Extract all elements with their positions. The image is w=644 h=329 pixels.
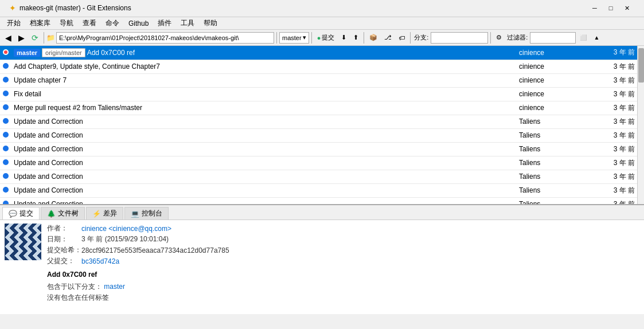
refresh-button[interactable]: ⟳ — [29, 32, 41, 44]
tab-commit[interactable]: 💬 提交 — [2, 207, 40, 220]
settings-button[interactable]: ⚙ — [493, 32, 505, 44]
push-button[interactable]: ⬆ — [350, 32, 361, 44]
commit-message-cell: Update and Correction — [11, 183, 517, 197]
parent-value[interactable]: bc365d742a — [81, 257, 119, 265]
commit-author: cinience — [517, 101, 591, 115]
menu-start[interactable]: 开始 — [2, 17, 25, 29]
commit-author: Taliens — [517, 128, 591, 142]
commit-message-text: Update and Correction — [14, 186, 83, 194]
filter-input[interactable] — [530, 32, 576, 44]
branch-text-label: 分支: — [414, 33, 428, 42]
branch-info: 包含于以下分支： master — [47, 282, 639, 292]
menu-plugin[interactable]: 插件 — [153, 17, 176, 29]
console-tab-label: 控制台 — [142, 209, 162, 218]
back-button[interactable]: ◀ — [2, 32, 14, 44]
author-value[interactable]: cinience <cinience@qq.com> — [81, 225, 171, 233]
graph-cell — [0, 87, 11, 101]
close-button[interactable]: ✕ — [619, 3, 635, 13]
menu-tools[interactable]: 工具 — [176, 17, 199, 29]
commit-message-cell: Update and Correction — [11, 115, 517, 128]
filter-expand-btn[interactable]: ⬜ — [577, 32, 590, 44]
commit-avatar — [5, 224, 41, 260]
tag-btn[interactable]: 🏷 — [396, 32, 408, 44]
branch-info-label: 包含于以下分支： — [47, 283, 102, 291]
branch-label: master — [282, 34, 302, 41]
graph-cell — [0, 170, 11, 183]
graph-cell — [0, 128, 11, 142]
scrollbar-thumb[interactable] — [638, 48, 644, 83]
table-row[interactable]: Update and CorrectionTaliens3 年 前 — [0, 128, 637, 142]
commit-date: 3 年 前 — [591, 46, 637, 60]
branch-btn[interactable]: ⎇ — [381, 32, 395, 44]
tab-diff[interactable]: ⚡ 差异 — [86, 207, 123, 220]
graph-cell — [0, 156, 11, 170]
commit-label: 提交 — [322, 33, 334, 42]
date-value: 3 年 前 (2015/9/29 10:01:04) — [81, 234, 169, 244]
forward-button[interactable]: ▶ — [15, 32, 28, 44]
graph-cell — [0, 101, 11, 115]
branch-link[interactable]: master — [104, 283, 125, 291]
filter-scroll-up[interactable]: ▲ — [591, 32, 602, 44]
commit-message-cell: Update and Correction — [11, 197, 517, 205]
menu-github[interactable]: Github — [124, 18, 153, 29]
table-row[interactable]: Update and CorrectionTaliens3 年 前 — [0, 156, 637, 170]
date-label: 日期： — [47, 234, 81, 244]
hash-label: 提交哈希： — [47, 245, 81, 255]
commit-author: cinience — [517, 73, 591, 87]
table-row[interactable]: Update and CorrectionTaliens3 年 前 — [0, 142, 637, 156]
table-row[interactable]: Update chapter 7cinience3 年 前 — [0, 73, 637, 87]
branch-selector[interactable]: master ▾ — [279, 32, 309, 44]
commit-author: Taliens — [517, 142, 591, 156]
table-row[interactable]: Add Chapter9, Update style, Continue Cha… — [0, 60, 637, 73]
tab-console[interactable]: 💻 控制台 — [124, 207, 169, 220]
commit-message-cell: Update chapter 7 — [11, 73, 517, 87]
scrollbar-track[interactable] — [637, 46, 644, 204]
menu-help[interactable]: 帮助 — [199, 17, 222, 29]
menu-repo[interactable]: 档案库 — [25, 17, 55, 29]
sep1 — [44, 32, 44, 44]
commit-date: 3 年 前 — [591, 87, 637, 101]
stash-button[interactable]: 📦 — [366, 32, 380, 44]
menu-command[interactable]: 命令 — [101, 17, 124, 29]
menu-navigate[interactable]: 导航 — [55, 17, 78, 29]
bottom-content: 作者： cinience <cinience@qq.com> 日期： 3 年 前… — [0, 220, 644, 314]
branch-filter-input[interactable] — [431, 32, 488, 44]
commit-icon: ● — [317, 34, 321, 41]
bottom-tabs: 💬 提交 🌲 文件树 ⚡ 差异 💻 控制台 — [0, 205, 644, 220]
path-display: E:\pro\MyProgram\01Project\20181027-make… — [56, 32, 274, 44]
filetree-tab-label: 文件树 — [58, 209, 79, 218]
commit-button[interactable]: ● 提交 — [314, 32, 338, 44]
commit-date: 3 年 前 — [591, 183, 637, 197]
commit-message-text: Update and Correction — [14, 145, 83, 153]
no-tag-info: 没有包含在任何标签 — [47, 293, 639, 303]
branch-tag-remote: origin/master — [42, 48, 85, 57]
tab-filetree[interactable]: 🌲 文件树 — [41, 207, 85, 220]
commit-message-cell: Update and Correction — [11, 170, 517, 183]
menu-view[interactable]: 查看 — [78, 17, 101, 29]
table-row[interactable]: Update and CorrectionTaliens3 年 前 — [0, 170, 637, 183]
commit-message-text: Update and Correction — [14, 173, 83, 181]
table-row[interactable]: Merge pull request #2 from Taliens/maste… — [0, 101, 637, 115]
branch-icon: ⎇ — [384, 34, 392, 41]
date-row: 日期： 3 年 前 (2015/9/29 10:01:04) — [47, 234, 639, 244]
minimize-button[interactable]: ─ — [587, 3, 603, 13]
diff-tab-label: 差异 — [103, 209, 117, 218]
commit-date: 3 年 前 — [591, 170, 637, 183]
commit-message-cell: Add Chapter9, Update style, Continue Cha… — [11, 60, 517, 73]
commit-author: cinience — [517, 46, 591, 60]
menu-bar: 开始 档案库 导航 查看 命令 Github 插件 工具 帮助 — [0, 17, 644, 30]
tag-icon: 🏷 — [399, 34, 405, 41]
settings-icon: ⚙ — [496, 34, 502, 41]
table-row[interactable]: Fix detailcinience3 年 前 — [0, 87, 637, 101]
table-row[interactable]: Update and CorrectionTaliens3 年 前 — [0, 197, 637, 205]
pull-button[interactable]: ⬇ — [338, 32, 349, 44]
hash-value: 28ccf962175e553f5eaaca77334ac12d0d77a785 — [81, 246, 229, 254]
maximize-button[interactable]: □ — [603, 3, 619, 13]
table-row[interactable]: masterorigin/masterAdd 0x7C00 refcinienc… — [0, 46, 637, 60]
table-row[interactable]: Update and CorrectionTaliens3 年 前 — [0, 115, 637, 128]
table-row[interactable]: Update and CorrectionTaliens3 年 前 — [0, 183, 637, 197]
app-icon: ✦ — [9, 3, 16, 13]
commit-author: cinience — [517, 60, 591, 73]
commit-message: Add 0x7C00 ref — [47, 271, 639, 279]
commit-message-cell: Update and Correction — [11, 142, 517, 156]
